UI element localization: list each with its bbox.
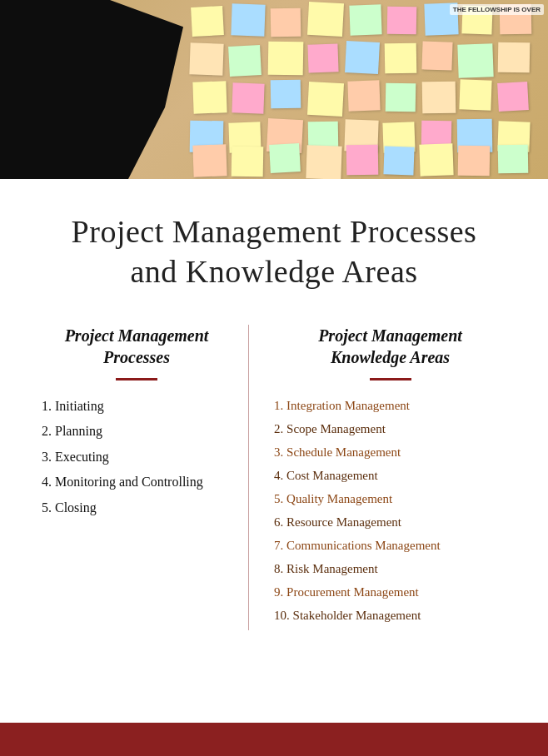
sticky-note <box>269 143 301 173</box>
title-section: Project Management Processes and Knowled… <box>0 179 548 316</box>
sticky-note <box>457 43 493 77</box>
sticky-note <box>419 143 453 176</box>
sticky-note <box>387 7 417 35</box>
sticky-note <box>421 41 452 70</box>
process-list: 1. Initiating 2. Planning 3. Executing 4… <box>42 397 232 517</box>
list-item: 9. Procurement Management <box>274 584 506 601</box>
sticky-note <box>386 83 416 112</box>
list-item: 5. Quality Management <box>274 490 506 508</box>
sticky-note <box>347 80 380 111</box>
list-item: 6. Resource Management <box>274 514 506 531</box>
sticky-note <box>498 42 531 73</box>
list-item: 3. Schedule Management <box>274 444 506 461</box>
sticky-note <box>349 4 381 35</box>
sticky-note <box>271 80 301 109</box>
list-item: 4. Monitoring and Controlling <box>42 473 232 491</box>
list-item: 1. Integration Management <box>274 397 506 415</box>
sticky-note <box>306 145 341 179</box>
sticky-note <box>189 42 223 75</box>
list-item: 3. Executing <box>42 448 232 466</box>
knowledge-list: 1. Integration Management 2. Scope Manag… <box>274 397 506 624</box>
sticky-note <box>345 41 380 74</box>
person-silhouette <box>0 0 183 179</box>
list-item: 1. Initiating <box>42 397 232 415</box>
heading-underline <box>370 378 411 380</box>
processes-heading: Project Management Processes <box>42 325 232 368</box>
sticky-note <box>192 81 227 113</box>
sticky-note <box>192 144 227 177</box>
processes-column: Project Management Processes 1. Initiati… <box>25 325 249 630</box>
list-item: 2. Planning <box>42 422 232 440</box>
sticky-note <box>228 45 262 77</box>
sticky-note <box>459 79 491 110</box>
sticky-note <box>307 2 344 37</box>
sticky-note <box>191 6 224 37</box>
board-label: THE FELLOWSHIP IS OVER <box>450 4 544 15</box>
knowledge-areas-column: Project Management Knowledge Areas 1. In… <box>249 325 523 630</box>
sticky-note <box>232 82 264 113</box>
list-item: 5. Closing <box>42 499 232 517</box>
content-area: Project Management Processes 1. Initiati… <box>0 316 548 664</box>
sticky-note <box>232 147 264 177</box>
heading-underline <box>116 378 157 380</box>
list-item: 7. Communications Management <box>274 537 506 555</box>
list-item: 10. Stakeholder Management <box>274 607 506 624</box>
hero-image: THE FELLOWSHIP IS OVER <box>0 0 548 179</box>
sticky-note <box>307 43 338 72</box>
sticky-note <box>268 42 304 76</box>
knowledge-areas-heading: Project Management Knowledge Areas <box>274 325 506 368</box>
sticky-note <box>346 145 379 176</box>
list-item: 2. Scope Management <box>274 420 506 438</box>
footer-bar <box>0 723 548 756</box>
sticky-note <box>271 8 301 37</box>
sticky-note <box>307 82 344 117</box>
sticky-note <box>385 43 417 74</box>
sticky-note <box>422 82 456 114</box>
sticky-note <box>458 146 491 177</box>
page-title: Project Management Processes and Knowled… <box>33 212 515 291</box>
list-item: 4. Cost Management <box>274 467 506 485</box>
sticky-note <box>231 3 265 36</box>
list-item: 8. Risk Management <box>274 560 506 578</box>
sticky-note <box>498 145 529 174</box>
sticky-note <box>497 82 529 112</box>
sticky-note <box>383 146 414 175</box>
